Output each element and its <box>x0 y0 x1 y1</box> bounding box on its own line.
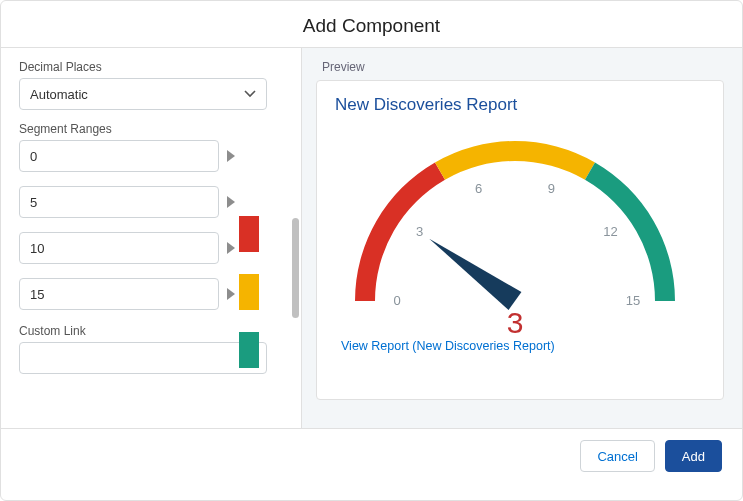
add-button[interactable]: Add <box>665 440 722 472</box>
chevron-right-icon[interactable] <box>227 196 235 208</box>
chart-title: New Discoveries Report <box>335 95 723 115</box>
segment-input-3[interactable] <box>19 278 219 310</box>
svg-text:6: 6 <box>475 181 482 196</box>
svg-text:15: 15 <box>626 293 640 308</box>
chevron-down-icon <box>244 90 256 98</box>
segment-color-0[interactable] <box>239 216 259 252</box>
svg-text:3: 3 <box>507 306 524 339</box>
preview-card: New Discoveries Report 036912153 View Re… <box>316 80 724 400</box>
segment-color-chips <box>239 216 259 368</box>
svg-text:12: 12 <box>603 224 617 239</box>
svg-text:3: 3 <box>416 224 423 239</box>
segment-row <box>19 140 285 172</box>
chevron-right-icon[interactable] <box>227 288 235 300</box>
preview-label: Preview <box>316 58 724 80</box>
decimal-places-value: Automatic <box>30 87 88 102</box>
settings-panel: Decimal Places Automatic Segment Ranges … <box>1 48 301 428</box>
decimal-places-label: Decimal Places <box>19 60 285 74</box>
cancel-button[interactable]: Cancel <box>580 440 654 472</box>
view-report-link[interactable]: View Report (New Discoveries Report) <box>335 339 723 353</box>
segment-input-0[interactable] <box>19 140 219 172</box>
svg-text:9: 9 <box>548 181 555 196</box>
scrollbar-thumb[interactable] <box>292 218 299 318</box>
modal-footer: Cancel Add <box>1 428 742 483</box>
decimal-places-select[interactable]: Automatic <box>19 78 267 110</box>
chevron-right-icon[interactable] <box>227 242 235 254</box>
custom-link-input[interactable] <box>19 342 267 374</box>
chevron-right-icon[interactable] <box>227 150 235 162</box>
modal-title: Add Component <box>1 1 742 47</box>
segment-row <box>19 186 285 218</box>
svg-text:0: 0 <box>393 293 400 308</box>
segment-input-2[interactable] <box>19 232 219 264</box>
segment-color-2[interactable] <box>239 332 259 368</box>
segment-color-1[interactable] <box>239 274 259 310</box>
segment-ranges-label: Segment Ranges <box>19 122 285 136</box>
segment-input-1[interactable] <box>19 186 219 218</box>
preview-panel: Preview New Discoveries Report 036912153… <box>301 48 742 428</box>
gauge-chart: 036912153 <box>335 121 695 331</box>
